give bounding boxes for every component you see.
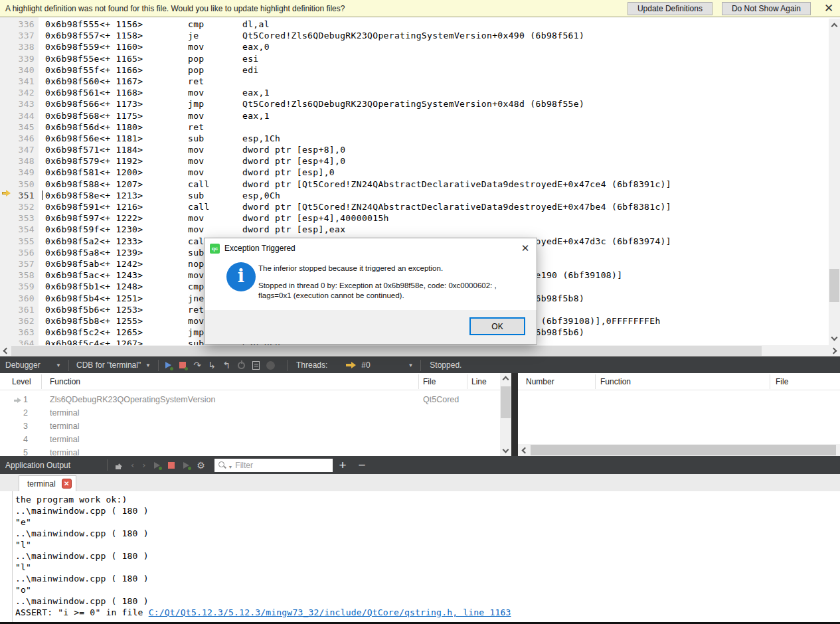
stack-row[interactable]: 2terminal xyxy=(0,406,498,420)
instruction-addr: 0x6b98f591 xyxy=(45,202,100,212)
previous-item-button[interactable]: ‹ xyxy=(127,460,138,470)
stop-debugger-button[interactable] xyxy=(175,357,190,374)
disassembly-line[interactable]: 3430x6b98f566<+ 1173>jmpQt5Cored!Zls6QDe… xyxy=(0,99,840,110)
notification-close-icon[interactable]: ✕ xyxy=(820,1,837,15)
horizontal-scrollbar-thumb[interactable] xyxy=(11,346,762,356)
disassembly-line[interactable]: 3440x6b98f568<+ 1175>moveax,1 xyxy=(0,111,840,122)
instruction-addr: 0x6b98f5b4 xyxy=(45,293,100,303)
disassembly-line[interactable]: 3470x6b98f571<+ 1184>movdword ptr [esp+8… xyxy=(0,145,840,156)
disassembly-line[interactable]: 3450x6b98f56d<+ 1180>ret xyxy=(0,122,840,133)
output-line: ..\mainwindow.cpp ( 180 ) xyxy=(13,528,840,540)
filter-box: ▼ xyxy=(214,459,333,472)
assert-link[interactable]: C:/Qt/Qt5.12.3/5.12.3/mingw73_32/include… xyxy=(149,607,511,617)
stack-row[interactable]: 3terminal xyxy=(0,420,498,433)
disassembly-line[interactable]: 3360x6b98f555<+ 1156>cmpdl,al xyxy=(0,19,840,31)
disassembly-line[interactable]: 3490x6b98f581<+ 1200>movdword ptr [esp],… xyxy=(0,167,840,179)
vertical-scrollbar-thumb[interactable] xyxy=(829,269,839,302)
instruction-addr: 0x6b98f579 xyxy=(45,156,100,166)
output-text-area[interactable]: the program work ok:)..\mainwindow.cpp (… xyxy=(12,491,840,622)
disassembly-line[interactable]: 3500x6b98f588<+ 1207>calldword ptr [Qt5C… xyxy=(0,179,840,191)
qt-creator-logo-icon: qc xyxy=(210,244,220,254)
output-lines: the program work ok:)..\mainwindow.cpp (… xyxy=(13,495,840,607)
stack-header-file[interactable]: File xyxy=(423,377,436,386)
breakpoints-horizontal-scrollbar[interactable] xyxy=(518,444,840,456)
exception-dialog[interactable]: qc Exception Triggered ✕ i The inferior … xyxy=(204,238,537,345)
dialog-close-icon[interactable]: ✕ xyxy=(514,242,537,254)
tab-label: terminal xyxy=(27,479,56,489)
disassembly-line[interactable]: 3390x6b98f55e<+ 1165>popesi xyxy=(0,54,840,65)
ok-button[interactable]: OK xyxy=(469,317,525,335)
next-item-button[interactable]: › xyxy=(138,460,149,470)
editor-horizontal-scrollbar[interactable] xyxy=(0,345,840,356)
zoom-out-button[interactable]: − xyxy=(353,458,372,473)
stack-header-line[interactable]: Line xyxy=(471,377,487,386)
engine-dropdown[interactable]: CDB for "terminal" ▼ xyxy=(71,357,156,374)
update-definitions-button[interactable]: Update Definitions xyxy=(628,2,713,15)
record-button[interactable] xyxy=(263,357,278,374)
filter-input[interactable] xyxy=(235,461,333,470)
chevron-down-icon: ▼ xyxy=(408,362,413,368)
stack-panel[interactable]: Level Function File Line 1Zls6QDebugRK23… xyxy=(0,373,511,456)
stop-run-button[interactable] xyxy=(164,457,179,473)
disassembly-line[interactable]: 3520x6b98f591<+ 1216>calldword ptr [Qt5C… xyxy=(0,202,840,213)
scroll-left-icon[interactable] xyxy=(522,447,529,454)
tab-close-icon[interactable]: ✕ xyxy=(62,479,72,489)
instruction-ops: Qt5Cored!Zls6QDebugRK23QOperatingSystemV… xyxy=(242,31,584,40)
stack-row[interactable]: 1Zls6QDebugRK23QOperatingSystemVersionQt… xyxy=(0,393,498,406)
continue-button[interactable] xyxy=(161,357,175,374)
scroll-up-icon[interactable] xyxy=(831,23,838,30)
toolbar-separator xyxy=(107,459,108,471)
stack-row[interactable]: 4terminal xyxy=(0,433,498,446)
scroll-right-icon[interactable] xyxy=(831,348,837,354)
instruction-addr: 0x6b98f559 xyxy=(45,42,100,52)
instruction-addr: 0x6b98f56d xyxy=(45,122,100,132)
debugger-perspective-dropdown[interactable]: Debugger ▼ xyxy=(0,357,66,374)
instruction-off: <+ 1213> xyxy=(100,191,143,200)
instruction-off: <+ 1158> xyxy=(100,31,143,40)
instruction-off: <+ 1192> xyxy=(100,156,143,166)
disassembly-line[interactable]: 3400x6b98f55f<+ 1166>popedi xyxy=(0,65,840,76)
scroll-up-icon[interactable] xyxy=(503,376,509,383)
run-button[interactable] xyxy=(149,457,164,473)
disassembly-line[interactable]: 3540x6b98f59f<+ 1230>movdword ptr [esp],… xyxy=(0,224,840,236)
breakpoints-header-row: Number Function File xyxy=(518,373,840,390)
disassembly-line[interactable]: 3420x6b98f561<+ 1168>moveax,1 xyxy=(0,88,840,99)
stack-row[interactable]: 5terminal xyxy=(0,446,498,456)
bp-header-number[interactable]: Number xyxy=(526,377,554,386)
instruction-ln: 344 xyxy=(0,111,35,121)
scroll-left-icon[interactable] xyxy=(3,348,10,354)
vertical-scrollbar-thumb[interactable] xyxy=(501,386,511,418)
editor-vertical-scrollbar[interactable] xyxy=(829,19,840,345)
bp-header-file[interactable]: File xyxy=(776,377,788,386)
do-not-show-again-button[interactable]: Do Not Show Again xyxy=(722,2,811,15)
disassembly-line[interactable]: 3480x6b98f579<+ 1192>movdword ptr [esp+4… xyxy=(0,156,840,167)
disassembly-line[interactable]: 3510x6b98f58e<+ 1213>subesp,0Ch xyxy=(0,191,840,202)
disassembly-line[interactable]: 3410x6b98f560<+ 1167>ret xyxy=(0,76,840,88)
bp-header-function[interactable]: Function xyxy=(600,377,631,386)
instruction-addr: 0x6b98f55f xyxy=(45,65,100,75)
threads-dropdown[interactable]: #0 ▼ xyxy=(360,357,418,374)
stack-header-function[interactable]: Function xyxy=(50,377,80,386)
horizontal-scrollbar-thumb[interactable] xyxy=(531,445,836,455)
stack-vertical-scrollbar[interactable] xyxy=(500,373,511,456)
disassembly-line[interactable]: 3460x6b98f56e<+ 1181>subesp,1Ch xyxy=(0,133,840,145)
step-out-button[interactable]: ↰ xyxy=(219,357,234,374)
output-settings-button[interactable]: ⚙ xyxy=(193,457,208,473)
disassembly-line[interactable]: 3370x6b98f557<+ 1158>jeQt5Cored!Zls6QDeb… xyxy=(0,31,840,42)
stack-header-level[interactable]: Level xyxy=(12,377,31,386)
scroll-down-icon[interactable] xyxy=(503,447,509,453)
run-debug-button[interactable] xyxy=(179,457,193,473)
zoom-in-button[interactable]: + xyxy=(333,458,352,473)
stack-cell: 4 xyxy=(0,435,28,444)
clean-output-button[interactable] xyxy=(112,457,127,473)
breakpoints-panel[interactable]: Number Function File xyxy=(518,373,840,456)
dialog-title-bar[interactable]: qc Exception Triggered ✕ xyxy=(205,238,537,258)
disassembly-line[interactable]: 3530x6b98f597<+ 1222>movdword ptr [esp+4… xyxy=(0,213,840,224)
scroll-down-icon[interactable] xyxy=(831,335,838,341)
restart-button[interactable] xyxy=(234,357,248,374)
terminal-tab[interactable]: terminal ✕ xyxy=(19,475,76,491)
step-into-button[interactable]: ↳ xyxy=(205,357,219,374)
disassembly-line[interactable]: 3380x6b98f559<+ 1160>moveax,0 xyxy=(0,42,840,53)
show-source-button[interactable] xyxy=(248,357,263,374)
step-over-button[interactable]: ↷ xyxy=(190,357,205,374)
